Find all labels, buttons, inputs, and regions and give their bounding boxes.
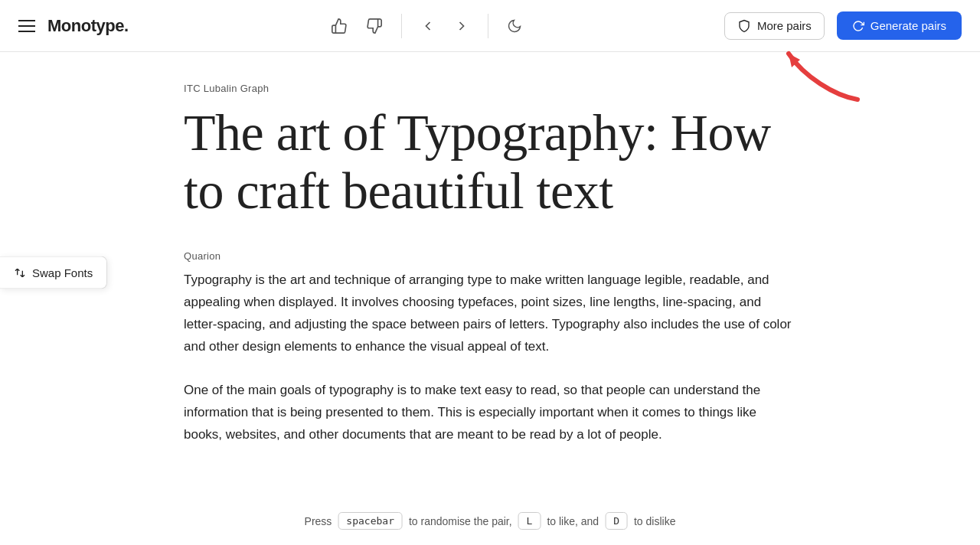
thumbs-down-icon <box>366 18 383 34</box>
heading-font-label: ITC Lubalin Graph <box>184 83 796 94</box>
thumbs-up-icon <box>331 18 348 34</box>
press-label: Press <box>305 515 332 527</box>
refresh-icon <box>852 20 864 32</box>
shield-icon <box>737 19 751 33</box>
divider-1 <box>401 14 402 38</box>
swap-fonts-label: Swap Fonts <box>32 266 93 279</box>
divider-2 <box>488 14 488 38</box>
body-paragraph-2: One of the main goals of typography is t… <box>184 380 796 446</box>
arrow-right-icon <box>454 18 469 34</box>
header: Monotype. <box>0 0 980 52</box>
swap-fonts-button[interactable]: Swap Fonts <box>0 256 107 289</box>
heading-text: The art of Typography: How to craft beau… <box>184 103 796 220</box>
body-paragraph-1: Typography is the art and technique of a… <box>184 269 796 358</box>
thumbs-down-button[interactable] <box>360 11 389 41</box>
like-text: to like, and <box>547 515 599 527</box>
moon-icon <box>507 18 522 34</box>
swap-icon <box>14 266 26 279</box>
header-left: Monotype. <box>18 16 129 36</box>
thumbs-up-button[interactable] <box>325 11 354 41</box>
footer-hint: Press spacebar to randomise the pair, L … <box>305 512 676 530</box>
header-center <box>129 11 724 41</box>
more-pairs-label: More pairs <box>757 19 812 32</box>
generate-pairs-label: Generate pairs <box>871 19 946 32</box>
dark-mode-button[interactable] <box>501 12 528 40</box>
prev-button[interactable] <box>414 12 442 40</box>
generate-pairs-button[interactable]: Generate pairs <box>837 11 962 40</box>
logo: Monotype. <box>47 16 129 36</box>
dislike-key: D <box>605 512 628 530</box>
like-key: L <box>518 512 541 530</box>
main-content: ITC Lubalin Graph The art of Typography:… <box>107 52 873 544</box>
hamburger-menu[interactable] <box>18 20 35 32</box>
spacebar-key: spacebar <box>338 512 403 530</box>
arrow-left-icon <box>420 18 436 34</box>
header-right: More pairs Generate pairs <box>724 11 962 40</box>
randomise-text: to randomise the pair, <box>409 515 512 527</box>
more-pairs-button[interactable]: More pairs <box>724 12 825 40</box>
dislike-text: to dislike <box>634 515 675 527</box>
body-font-label: Quarion <box>184 250 796 262</box>
next-button[interactable] <box>448 12 475 40</box>
